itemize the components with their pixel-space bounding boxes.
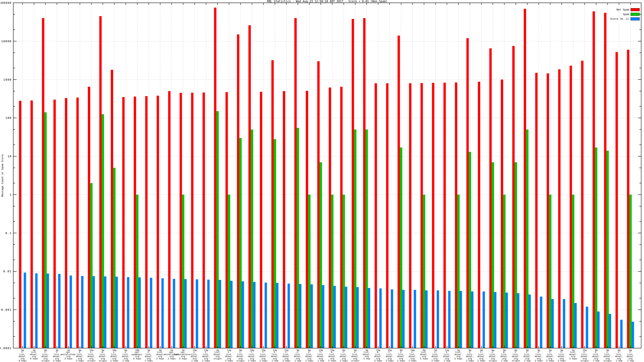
x-tick-label: 2 hops <box>466 360 474 362</box>
bar-score <box>58 274 60 348</box>
bar-score <box>207 280 210 348</box>
bar-score <box>425 290 428 348</box>
x-tick-label: 2 hops <box>305 360 313 362</box>
x-tick-label: 1 hop <box>444 360 450 362</box>
y-tick-label: 0.0001 <box>0 347 12 350</box>
bar-score <box>379 288 382 348</box>
x-tick-label: 1 hop <box>191 360 198 362</box>
bar-not-spam <box>490 48 492 348</box>
bar-not-spam <box>111 70 113 348</box>
bar-score <box>184 279 187 348</box>
bar-score <box>586 307 588 348</box>
bar-not-spam <box>42 18 44 348</box>
bar-spam <box>44 112 47 348</box>
x-tick-label: 5 hops <box>432 360 440 362</box>
x-tick-label: 5 hops <box>454 357 462 360</box>
x-tick-label: origin <box>604 360 612 362</box>
bar-score <box>552 299 554 348</box>
bar-not-spam <box>524 9 526 348</box>
bar-score <box>138 277 141 348</box>
bar-score <box>127 277 130 348</box>
bar-not-spam <box>157 96 159 348</box>
bar-not-spam <box>375 83 377 348</box>
y-tick-label: 1 <box>10 193 12 196</box>
bar-not-spam <box>363 18 366 348</box>
bar-score <box>448 291 450 348</box>
bar-spam <box>239 138 242 348</box>
y-tick-label: 0.1 <box>6 232 12 235</box>
x-tick-label: 3 hops <box>374 360 382 362</box>
x-tick-label: 3 hops <box>64 357 72 360</box>
bar-not-spam <box>214 8 216 348</box>
x-tick-label: 2 hops <box>110 360 118 362</box>
bar-not-spam <box>432 83 434 348</box>
bar-score <box>253 282 256 348</box>
bar-spam <box>216 111 219 348</box>
bar-spam <box>492 162 494 348</box>
x-tick-label: 3 hops <box>76 360 84 362</box>
y-tick-label: 0.01 <box>3 270 12 273</box>
legend-label-spam: Spam <box>623 13 629 16</box>
bar-not-spam <box>501 80 503 348</box>
bar-score <box>310 284 313 348</box>
x-tick-label: 2 hops <box>202 360 210 362</box>
bar-score <box>402 290 405 348</box>
bar-not-spam <box>54 99 56 348</box>
bar-score <box>345 287 347 348</box>
bar-not-spam <box>191 93 194 348</box>
bar-not-spam <box>478 82 480 348</box>
x-tick-label: 5 hops <box>546 360 554 362</box>
bar-score <box>242 281 244 348</box>
x-tick-label: 2 hops <box>340 360 348 362</box>
bar-score <box>528 295 531 348</box>
x-tick-label: origin <box>214 357 222 360</box>
x-tick-label: origin <box>580 360 589 362</box>
bar-score <box>173 279 175 348</box>
legend-label-not_spam: Not Spam <box>616 8 629 11</box>
legend-swatch-score <box>631 17 640 20</box>
bar-spam <box>90 183 92 348</box>
bar-score <box>116 277 118 348</box>
bar-spam <box>423 195 425 348</box>
bar-not-spam <box>88 87 90 348</box>
bar-spam <box>549 195 552 348</box>
y-tick-label: 10 <box>8 155 12 158</box>
bar-not-spam <box>570 66 572 348</box>
bar-not-spam <box>466 38 469 348</box>
bar-not-spam <box>100 16 102 348</box>
bar-score <box>150 278 152 348</box>
bar-not-spam <box>294 18 297 348</box>
bar-score <box>230 281 233 348</box>
x-tick-label: 1 hop <box>363 357 370 360</box>
bar-not-spam <box>558 69 561 348</box>
bar-not-spam <box>593 11 595 348</box>
bar-not-spam <box>203 92 205 348</box>
x-tick-label: 1 hop <box>272 360 278 362</box>
bar-not-spam <box>627 50 630 348</box>
bar-score <box>563 299 565 348</box>
bar-score <box>276 283 278 348</box>
bar-not-spam <box>65 98 68 348</box>
bar-spam <box>514 162 517 348</box>
bar-not-spam <box>283 91 285 348</box>
bar-score <box>196 279 198 348</box>
x-tick-label: 3 hops <box>535 360 543 362</box>
x-tick-label: 2 hops <box>145 360 153 362</box>
bar-spam <box>308 195 310 348</box>
x-tick-label: 2 hops <box>477 360 486 362</box>
bar-spam <box>342 195 345 348</box>
bar-score <box>540 297 542 348</box>
y-tick-label: 10000 <box>1 40 12 43</box>
bar-spam <box>366 129 368 348</box>
bar-not-spam <box>272 60 274 348</box>
x-tick-label: 2 hops <box>260 360 268 362</box>
bar-not-spam <box>352 19 354 348</box>
x-tick-label: 1 hop <box>317 360 324 362</box>
legend-swatch-spam <box>631 13 640 16</box>
bar-not-spam <box>19 101 22 348</box>
x-tick-label: 2 hops <box>248 360 256 362</box>
chart-title: RBL Statistics - Wed Aug 23 12:58:10 EDT… <box>267 0 388 3</box>
x-tick-label: origin <box>236 360 244 362</box>
x-tick-label: 3 hops <box>225 360 233 362</box>
bar-score <box>356 287 359 348</box>
